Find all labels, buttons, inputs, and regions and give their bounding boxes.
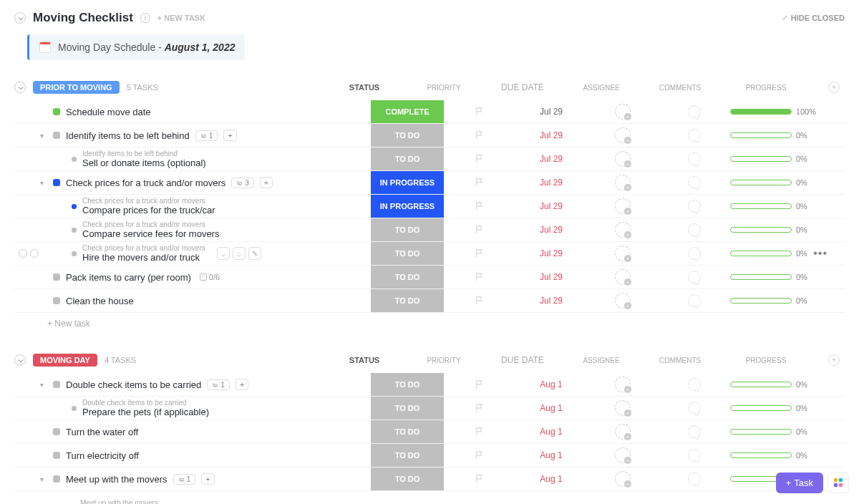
due-date-cell[interactable]: Aug 1 — [515, 427, 587, 437]
float-new-task-button[interactable]: + Task — [776, 472, 823, 493]
comments-icon[interactable] — [688, 425, 701, 438]
comments-icon[interactable] — [688, 176, 701, 189]
assignee-add-icon[interactable] — [615, 400, 631, 416]
task-name[interactable]: Sell or donate items (optional) — [82, 158, 206, 168]
comments-icon[interactable] — [688, 129, 701, 142]
due-date-cell[interactable]: Jul 29 — [515, 248, 587, 258]
task-name[interactable]: Turn electricity off — [66, 450, 139, 461]
task-name[interactable]: Double check items to be carried — [66, 379, 201, 390]
task-name[interactable]: Schedule move date — [66, 107, 151, 117]
status-cell[interactable]: IN PROGRESS — [371, 195, 444, 218]
comments-icon[interactable] — [688, 402, 701, 415]
due-date-cell[interactable]: Jul 29 — [515, 130, 587, 140]
section-badge[interactable]: PRIOR TO MOVING — [33, 81, 120, 94]
progress-bar[interactable] — [730, 109, 792, 115]
due-date-cell[interactable]: Jul 29 — [515, 201, 587, 211]
status-square-icon[interactable] — [53, 381, 60, 388]
assignee-add-icon[interactable] — [615, 269, 631, 285]
comments-icon[interactable] — [688, 472, 701, 485]
due-date-cell[interactable]: Aug 1 — [515, 474, 587, 484]
assignee-add-icon[interactable] — [615, 293, 631, 309]
priority-flag-icon[interactable] — [475, 107, 485, 117]
comments-icon[interactable] — [688, 152, 701, 165]
task-row[interactable]: Identify items to be left behindSell or … — [14, 147, 845, 171]
comments-icon[interactable] — [688, 223, 701, 236]
task-row[interactable]: ▾Check prices for a truck and/or movers3… — [14, 171, 845, 195]
status-square-icon[interactable] — [53, 297, 60, 304]
assignee-add-icon[interactable] — [615, 151, 631, 167]
status-square-icon[interactable] — [72, 251, 77, 256]
status-square-icon[interactable] — [53, 475, 60, 483]
task-name[interactable]: Check prices for a truck and/or movers — [66, 178, 225, 188]
comments-icon[interactable] — [688, 200, 701, 213]
due-date-cell[interactable]: Jul 29 — [515, 107, 587, 117]
add-column-icon[interactable]: + — [828, 82, 840, 93]
assignee-add-icon[interactable] — [615, 175, 631, 190]
task-row[interactable]: Schedule move dateCOMPLETEJul 29100% — [14, 100, 845, 124]
comments-icon[interactable] — [688, 247, 701, 260]
task-row[interactable]: Check prices for a truck and/or moversCo… — [14, 218, 845, 242]
status-square-icon[interactable] — [53, 452, 60, 459]
progress-bar[interactable] — [730, 298, 792, 304]
due-date-cell[interactable]: Jul 29 — [515, 154, 587, 164]
task-row[interactable]: ▾Double check items to be carried1+TO DO… — [14, 373, 845, 397]
status-cell[interactable]: TO DO — [371, 420, 444, 443]
status-cell[interactable]: TO DO — [371, 266, 444, 289]
task-name[interactable]: Clean the house — [66, 296, 134, 306]
status-square-icon[interactable] — [53, 132, 60, 139]
task-row[interactable]: Clean the houseTO DOJul 290% — [14, 289, 845, 313]
due-date-cell[interactable]: Jul 29 — [515, 178, 587, 188]
task-row[interactable]: •••Check prices for a truck and/or mover… — [14, 242, 845, 266]
task-row[interactable]: ▾Identify items to be left behind1+TO DO… — [14, 124, 845, 147]
task-name[interactable]: Compare service fees for movers — [82, 228, 219, 239]
comments-icon[interactable] — [688, 378, 701, 391]
priority-flag-icon[interactable] — [475, 296, 485, 306]
task-name[interactable]: Meet up with the movers — [66, 474, 168, 485]
hide-closed-toggle[interactable]: HIDE CLOSED — [782, 14, 845, 23]
status-square-icon[interactable] — [53, 273, 60, 281]
progress-bar[interactable] — [730, 156, 792, 162]
priority-flag-icon[interactable] — [475, 225, 485, 235]
assignee-add-icon[interactable] — [615, 127, 631, 143]
row-select-icon[interactable] — [19, 249, 27, 258]
task-name[interactable]: Compare prices for the truck/car — [82, 205, 215, 215]
assignee-add-icon[interactable] — [615, 377, 631, 392]
subtask-count-pill[interactable]: 1 — [207, 379, 230, 390]
comments-icon[interactable] — [688, 294, 701, 307]
due-date-cell[interactable]: Aug 1 — [515, 403, 587, 413]
comments-icon[interactable] — [688, 271, 701, 284]
status-cell[interactable]: TO DO — [371, 124, 444, 147]
status-square-icon[interactable] — [53, 428, 60, 435]
add-subtask-button[interactable]: + — [201, 473, 214, 485]
priority-flag-icon[interactable] — [475, 474, 485, 484]
task-row[interactable]: Turn electricity offTO DOAug 10% — [14, 444, 845, 467]
task-row[interactable]: Meet up with the movers — [14, 491, 845, 504]
priority-flag-icon[interactable] — [475, 130, 485, 140]
status-cell[interactable]: TO DO — [371, 444, 444, 467]
task-row[interactable]: Turn the water offTO DOAug 10% — [14, 420, 845, 444]
progress-bar[interactable] — [730, 132, 792, 138]
progress-bar[interactable] — [730, 227, 792, 233]
due-date-cell[interactable]: Aug 1 — [515, 379, 587, 389]
section-collapse-icon[interactable] — [14, 82, 26, 93]
assignee-add-icon[interactable] — [615, 246, 631, 261]
edit-icon[interactable]: ✎ — [248, 247, 261, 260]
progress-bar[interactable] — [730, 382, 792, 387]
row-select-icon[interactable] — [30, 249, 39, 258]
add-subtask-button[interactable]: + — [260, 177, 273, 188]
section-badge[interactable]: MOVING DAY — [33, 354, 97, 367]
status-cell[interactable]: TO DO — [371, 397, 444, 420]
subtask-count-pill[interactable]: 3 — [231, 178, 254, 188]
due-date-cell[interactable]: Aug 1 — [515, 450, 587, 460]
priority-flag-icon[interactable] — [475, 427, 485, 437]
due-date-cell[interactable]: Jul 29 — [515, 272, 587, 282]
expand-toggle-icon[interactable]: ▾ — [40, 475, 47, 483]
progress-bar[interactable] — [730, 180, 792, 185]
info-icon[interactable]: i — [140, 13, 150, 23]
priority-flag-icon[interactable] — [475, 201, 485, 211]
task-row[interactable]: Double check items to be carriedPrepare … — [14, 397, 845, 420]
due-date-cell[interactable]: Jul 29 — [515, 296, 587, 306]
progress-bar[interactable] — [730, 274, 792, 280]
status-cell[interactable]: IN PROGRESS — [371, 171, 444, 194]
task-row[interactable]: Pack items to carry (per room)0/6TO DOJu… — [14, 266, 845, 289]
